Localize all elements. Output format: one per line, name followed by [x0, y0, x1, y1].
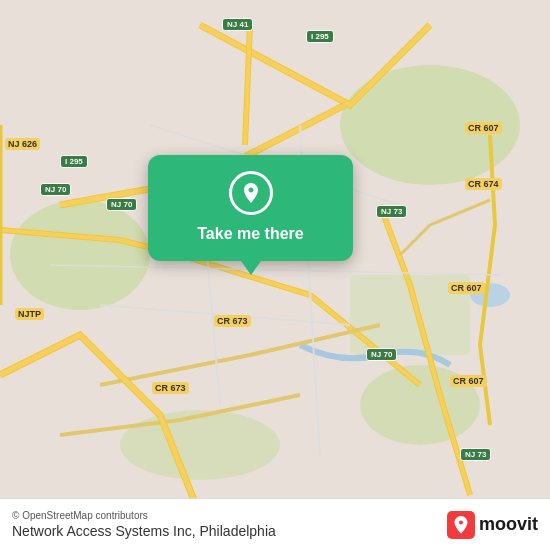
moovit-logo: moovit: [447, 511, 538, 539]
map-container: NJ 41 I 295 I 295 NJ 626 NJ 70 NJ 70 NJ …: [0, 0, 550, 550]
location-pin: [229, 171, 273, 215]
road-label-nj70-mid: NJ 70: [106, 198, 137, 211]
business-name: Network Access Systems Inc, Philadelphia: [12, 523, 447, 539]
road-label-cr673: CR 673: [214, 315, 251, 327]
popup-card[interactable]: Take me there: [148, 155, 353, 261]
road-label-i295-top: I 295: [306, 30, 334, 43]
road-label-njtp: NJTP: [15, 308, 44, 320]
moovit-text: moovit: [479, 514, 538, 535]
road-label-nj73-bot: NJ 73: [460, 448, 491, 461]
road-label-nj41: NJ 41: [222, 18, 253, 31]
road-label-nj70-left: NJ 70: [40, 183, 71, 196]
svg-point-1: [10, 200, 150, 310]
popup-label: Take me there: [197, 225, 303, 243]
road-label-cr607-top: CR 607: [465, 122, 502, 134]
road-label-i295-mid: I 295: [60, 155, 88, 168]
road-label-cr607-mid: CR 607: [448, 282, 485, 294]
road-label-nj73: NJ 73: [376, 205, 407, 218]
road-label-cr673-2: CR 673: [152, 382, 189, 394]
bottom-bar: © OpenStreetMap contributors Network Acc…: [0, 498, 550, 550]
road-label-nj70-bot: NJ 70: [366, 348, 397, 361]
moovit-pin-icon: [447, 511, 475, 539]
road-label-cr674: CR 674: [465, 178, 502, 190]
svg-point-5: [120, 410, 280, 480]
road-label-nj626: NJ 626: [5, 138, 40, 150]
road-label-cr607-bot: CR 607: [450, 375, 487, 387]
attribution: © OpenStreetMap contributors: [12, 510, 447, 521]
